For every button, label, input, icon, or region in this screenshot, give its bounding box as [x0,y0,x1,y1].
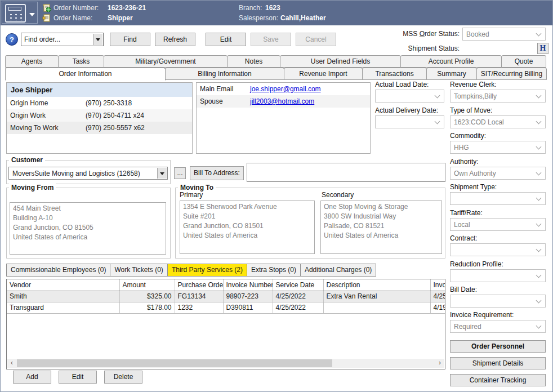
edit-button[interactable]: Edit [206,33,246,46]
tab-extra-stops[interactable]: Extra Stops (0) [247,264,301,277]
tab-order-information[interactable]: Order Information [5,68,166,81]
tab-additional-charges[interactable]: Additional Charges (0) [300,264,376,277]
contact-panel: Joe Shipper Origin Home (970) 250-3318 O… [6,82,193,154]
invoice-requirement-dropdown[interactable]: Required [450,320,546,333]
chevron-down-icon [536,195,542,201]
add-button[interactable]: Add [13,371,51,384]
tab-third-party-services[interactable]: Third Party Services (2) [167,264,247,277]
table-row[interactable]: Smith $325.00 FG13134 98907-223 4/25/202… [7,291,445,302]
refresh-button[interactable]: Refresh [155,33,195,46]
primary-label: Primary [180,191,203,199]
main-email-link[interactable]: joe.shipper@gmail.com [250,83,321,95]
invoice-requirement-label: Invoice Requirement: [450,311,514,319]
email-row[interactable]: Main Email joe.shipper@gmail.com [197,83,370,95]
tab-billing-information[interactable]: Billing Information [165,68,284,80]
scroll-right-icon[interactable]: › [435,359,444,368]
customer-combobox[interactable]: MoversSuite Moving and Logistics (12658) [8,167,168,180]
tariff-rate-label: Tariff/Rate: [450,209,483,217]
tab-summary[interactable]: Summary [426,68,477,80]
table-row[interactable]: Transguard $178.00 1232 D390811 4/25/202… [7,302,445,313]
delete-button[interactable]: Delete [104,371,142,384]
tab-user-defined-fields[interactable]: User Defined Fields [280,55,401,68]
revenue-clerk-dropdown[interactable]: Tompkins,Billy [450,90,546,103]
chevron-down-icon [536,170,542,176]
order-personnel-button[interactable]: Order Personnel [450,340,546,353]
tab-military-government[interactable]: Military/Government [104,55,228,68]
phone-row[interactable]: Moving To Work (970) 250-5557 x62 [7,122,192,134]
chevron-down-icon [435,93,440,99]
find-order-dropdown-arrow-icon[interactable] [93,34,102,45]
customer-value: MoversSuite Moving and Logistics (12658) [12,170,155,177]
tab-sit-recurring-billing[interactable]: SIT/Recurring Billing [476,68,547,80]
salesperson-label: Salesperson: [239,14,278,22]
col-invoice[interactable]: Invo [430,279,445,291]
reduction-profile-dropdown[interactable] [450,269,546,282]
tab-tasks[interactable]: Tasks [58,55,104,68]
col-description[interactable]: Description [323,279,430,291]
scroll-left-icon[interactable]: ‹ [7,359,16,368]
mss-order-status-label: MSS Order Status: [375,30,460,38]
edit-row-button[interactable]: Edit [59,371,97,384]
help-icon[interactable]: ? [6,33,18,46]
tab-work-tickets[interactable]: Work Tickets (0) [110,264,167,277]
actual-delivery-date-dropdown[interactable] [375,115,444,128]
bill-date-label: Bill Date: [450,286,477,293]
tab-commissionable-employees[interactable]: Commissionable Employees (0) [6,264,110,277]
grid-header-row: Vendor Amount Purchase Order Invoice Num… [7,279,445,291]
col-vendor[interactable]: Vendor [7,279,119,291]
commodity-label: Commodity: [450,132,486,140]
shipment-type-dropdown[interactable] [450,192,546,205]
col-amount[interactable]: Amount [119,279,175,291]
bill-to-address-box[interactable] [247,163,445,182]
horizontal-scrollbar[interactable]: ‹ › [7,359,444,368]
shipment-status-label: Shipment Status: [375,44,460,52]
titlebar: Order Number: 1623-236-21 Order Name: Sh… [1,1,552,25]
chevron-down-icon [536,323,542,329]
mss-order-status-dropdown[interactable]: Booked [462,28,546,41]
email-row[interactable]: Spouse jill2003@hotmail.com [197,95,370,108]
find-order-combobox[interactable]: Find order... [21,33,104,46]
secondary-label: Secondary [322,191,354,199]
scrollbar-thumb[interactable] [17,359,332,367]
shipment-details-button[interactable]: Shipment Details [450,357,546,369]
commodity-dropdown[interactable]: HHG [450,141,546,154]
spouse-email-link[interactable]: jill2003@hotmail.com [250,95,314,108]
shipment-status-history-button[interactable]: H [537,43,548,54]
detail-tab-row: Commissionable Employees (0) Work Ticket… [6,264,376,277]
tab-agents[interactable]: Agents [5,55,59,68]
app-menu-dropdown-icon [29,13,35,16]
customer-more-button[interactable]: ... [174,167,186,179]
order-number-label: Order Number: [53,4,99,12]
moving-from-address[interactable]: 454 Main Street Building A-10 Grand Junc… [10,202,166,255]
find-button[interactable]: Find [110,33,150,46]
tab-notes[interactable]: Notes [227,55,280,68]
tab-quote[interactable]: Quote [501,55,546,68]
tab-revenue-import[interactable]: Revenue Import [284,68,363,80]
authority-dropdown[interactable]: Own Authority [450,167,546,180]
order-number-icon [42,3,51,12]
chevron-down-icon [536,31,542,37]
contract-dropdown[interactable] [450,243,546,256]
tariff-rate-dropdown[interactable]: Local [450,218,546,231]
phone-row[interactable]: Origin Home (970) 250-3318 [7,97,192,109]
type-of-move-label: Type of Move: [450,106,492,114]
bill-date-dropdown[interactable] [450,295,546,308]
save-button[interactable]: Save [251,33,291,46]
moving-to-secondary-address[interactable]: One Stop Moving & Storage 3800 SW Indust… [320,201,442,254]
phone-row[interactable]: Origin Work (970) 250-4711 x24 [7,109,192,122]
bill-to-address-button[interactable]: Bill To Address: [190,166,244,180]
container-tracking-button[interactable]: Container Tracking [450,374,546,386]
actual-load-date-dropdown[interactable] [375,90,444,103]
col-invoice-number[interactable]: Invoice Number [223,279,273,291]
contact-name: Joe Shipper [7,83,192,97]
tab-transactions[interactable]: Transactions [362,68,427,80]
type-of-move-dropdown[interactable]: 1623:COD Local [450,115,546,128]
cancel-button[interactable]: Cancel [296,33,336,46]
col-purchase-order[interactable]: Purchase Order [175,279,223,291]
moving-to-primary-address[interactable]: 1354 E Sherwood Park Avenue Suite #201 G… [180,201,315,254]
app-menu-button[interactable] [2,2,38,24]
actual-load-date-label: Actual Load Date: [375,81,429,88]
tab-account-profile[interactable]: Account Profile [400,55,502,68]
col-service-date[interactable]: Service Date [273,279,323,291]
customer-dropdown-arrow-icon[interactable] [157,168,167,179]
